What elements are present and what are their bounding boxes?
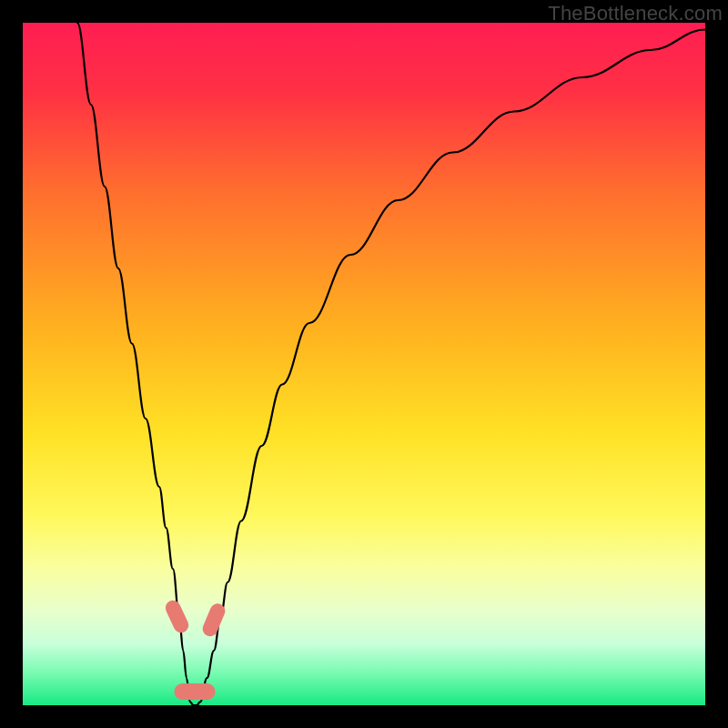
chart-svg (23, 23, 705, 705)
gradient-background (23, 23, 705, 705)
plot-area (23, 23, 705, 705)
marker-bottom (175, 683, 216, 700)
chart-frame: TheBottleneck.com (0, 0, 728, 728)
watermark-text: TheBottleneck.com (548, 2, 723, 25)
